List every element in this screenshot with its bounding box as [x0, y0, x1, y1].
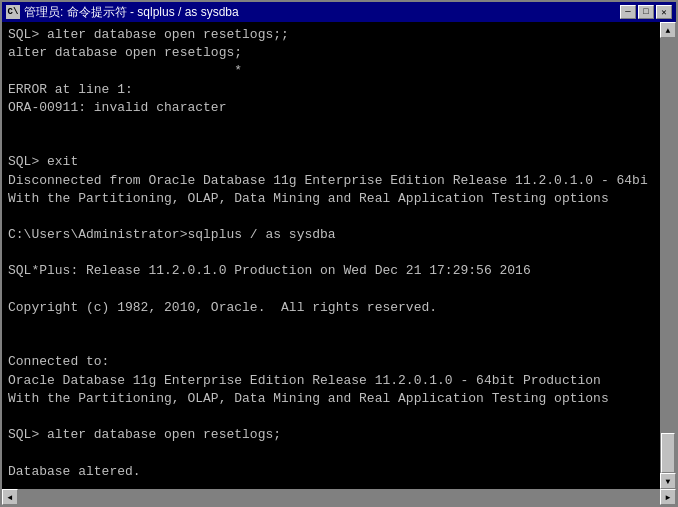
window-title: 管理员: 命令提示符 - sqlplus / as sysdba — [24, 4, 239, 21]
horizontal-track[interactable] — [18, 489, 660, 505]
title-buttons: ─ □ ✕ — [620, 5, 672, 19]
horizontal-scrollbar: ◄ ► — [2, 489, 676, 505]
maximize-button[interactable]: □ — [638, 5, 654, 19]
title-bar: C\ 管理员: 命令提示符 - sqlplus / as sysdba ─ □ … — [2, 2, 676, 22]
window-icon: C\ — [6, 5, 20, 19]
terminal-window: C\ 管理员: 命令提示符 - sqlplus / as sysdba ─ □ … — [0, 0, 678, 507]
title-bar-left: C\ 管理员: 命令提示符 - sqlplus / as sysdba — [6, 4, 239, 21]
vertical-scrollbar[interactable]: ▲ ▼ — [660, 22, 676, 489]
scroll-down-button[interactable]: ▼ — [660, 473, 676, 489]
terminal-output[interactable]: SQL> alter database open resetlogs;; alt… — [2, 22, 660, 489]
scroll-left-button[interactable]: ◄ — [2, 489, 18, 505]
close-button[interactable]: ✕ — [656, 5, 672, 19]
scroll-track[interactable] — [660, 38, 676, 473]
scroll-up-button[interactable]: ▲ — [660, 22, 676, 38]
minimize-button[interactable]: ─ — [620, 5, 636, 19]
content-area: SQL> alter database open resetlogs;; alt… — [2, 22, 676, 489]
scroll-right-button[interactable]: ► — [660, 489, 676, 505]
scroll-thumb[interactable] — [661, 433, 675, 473]
